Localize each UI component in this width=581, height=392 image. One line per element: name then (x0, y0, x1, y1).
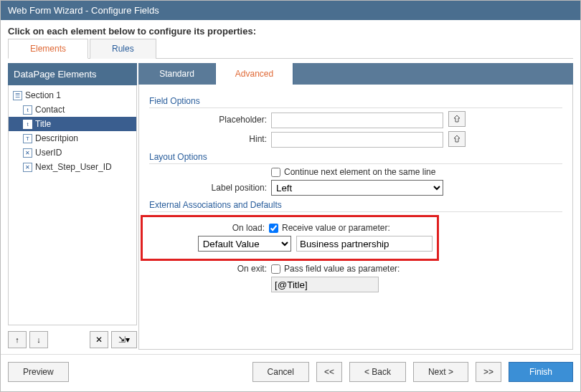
move-up-button[interactable]: ↑ (8, 331, 27, 348)
highlight-box: On load: Receive value or parameter: Def… (141, 215, 439, 261)
insert-button[interactable]: ⇲▾ (111, 331, 137, 348)
instruction-text: Click on each element below to configure… (1, 20, 580, 38)
row-continue-same-line: Continue next element on the same line (149, 167, 562, 177)
hint-input[interactable] (271, 132, 443, 148)
tree-node-label: UserID (35, 148, 62, 158)
on-load-group: On load: Receive value or parameter: Def… (149, 215, 562, 261)
label-position-select[interactable]: Left (271, 180, 443, 196)
close-icon: ✕ (95, 335, 103, 345)
onload-value-input[interactable] (296, 236, 433, 252)
tree-node-section-1[interactable]: ☰Section 1 (9, 88, 136, 102)
tab-rules[interactable]: Rules (90, 39, 156, 59)
title-text: Web Form Wizard - Configure Fields (8, 5, 159, 16)
last-button[interactable]: >> (476, 362, 501, 382)
tree-toolbar: ↑ ↓ ✕ ⇲▾ (8, 330, 137, 350)
tab-advanced[interactable]: Advanced (216, 63, 293, 85)
delete-button[interactable]: ✕ (90, 331, 108, 348)
label-receive-value: Receive value or parameter: (282, 223, 390, 233)
row-default-value: Default Value (151, 236, 433, 252)
row-hint: Hint: (149, 131, 562, 148)
tree-node-label: Contact (35, 105, 65, 115)
section-layout-options: Layout Options (149, 152, 562, 164)
finish-button[interactable]: Finish (509, 362, 573, 382)
field-type-icon: ✕ (23, 148, 32, 158)
inner-tabs: Standard Advanced (138, 63, 573, 85)
next-button[interactable]: Next > (413, 362, 468, 382)
left-pane-header: DataPage Elements (8, 63, 137, 85)
top-tabs: Elements Rules (8, 38, 573, 59)
label-continue-same-line: Continue next element on the same line (284, 167, 435, 177)
field-type-icon: t (23, 120, 32, 129)
continue-same-line-checkbox[interactable] (271, 168, 280, 177)
label-hint: Hint: (149, 134, 271, 144)
right-pane: Standard Advanced Field Options Placehol… (138, 63, 573, 350)
row-placeholder: Placeholder: (149, 111, 562, 128)
receive-value-checkbox[interactable] (269, 224, 278, 233)
tab-standard[interactable]: Standard (138, 63, 216, 85)
pass-value-checkbox[interactable] (271, 264, 280, 274)
row-exit-param (149, 277, 562, 292)
tab-elements[interactable]: Elements (8, 39, 88, 59)
back-button[interactable]: < Back (349, 362, 406, 382)
title-bar: Web Form Wizard - Configure Fields (1, 1, 580, 20)
row-label-position: Label position: Left (149, 180, 562, 196)
label-label-position: Label position: (149, 183, 271, 193)
tree-node-descritpion[interactable]: TDescritpion (9, 131, 136, 145)
picker-icon (453, 115, 461, 123)
field-type-icon: t (23, 105, 32, 115)
left-pane: DataPage Elements ☰Section 1tContacttTit… (8, 63, 137, 350)
arrow-down-icon: ↓ (37, 336, 41, 344)
first-button[interactable]: << (316, 362, 342, 382)
cancel-button[interactable]: Cancel (252, 362, 309, 382)
label-on-exit: On exit: (149, 264, 271, 274)
label-pass-value: Pass field value as parameter: (284, 264, 400, 274)
field-type-icon: ✕ (23, 163, 32, 172)
onload-source-select[interactable]: Default Value (198, 236, 291, 252)
arrow-up-icon: ↑ (15, 336, 19, 344)
row-on-exit: On exit: Pass field value as parameter: (149, 264, 562, 274)
section-external: External Associations and Defaults (149, 200, 562, 212)
tree-node-label: Next_Step_User_ID (35, 162, 112, 172)
placeholder-input[interactable] (271, 113, 443, 128)
tree-node-next-step-user-id[interactable]: ✕Next_Step_User_ID (9, 160, 136, 174)
tree-node-userid[interactable]: ✕UserID (9, 145, 136, 160)
tree-node-label: Descritpion (35, 133, 78, 143)
section-field-options: Field Options (149, 96, 562, 108)
hint-picker-button[interactable] (448, 131, 466, 147)
form-area: Field Options Placeholder: Hint: (138, 85, 573, 350)
preview-button[interactable]: Preview (8, 362, 69, 382)
row-on-load: On load: Receive value or parameter: (151, 223, 433, 233)
field-type-icon: ☰ (13, 91, 22, 100)
label-on-load: On load: (151, 223, 269, 233)
footer: Preview Cancel << < Back Next > >> Finis… (1, 354, 580, 389)
field-type-icon: T (23, 134, 32, 143)
element-tree: ☰Section 1tContacttTitleTDescritpion✕Use… (8, 85, 137, 325)
insert-icon: ⇲▾ (118, 335, 130, 345)
exit-param-input[interactable] (271, 277, 379, 292)
placeholder-picker-button[interactable] (448, 111, 466, 127)
main-area: DataPage Elements ☰Section 1tContacttTit… (8, 63, 573, 350)
tree-node-contact[interactable]: tContact (9, 102, 136, 117)
tree-node-label: Section 1 (25, 90, 61, 100)
label-placeholder: Placeholder: (149, 115, 271, 125)
picker-icon (453, 135, 461, 143)
tree-node-label: Title (35, 119, 51, 129)
tree-node-title[interactable]: tTitle (9, 117, 136, 131)
move-down-button[interactable]: ↓ (29, 331, 48, 348)
